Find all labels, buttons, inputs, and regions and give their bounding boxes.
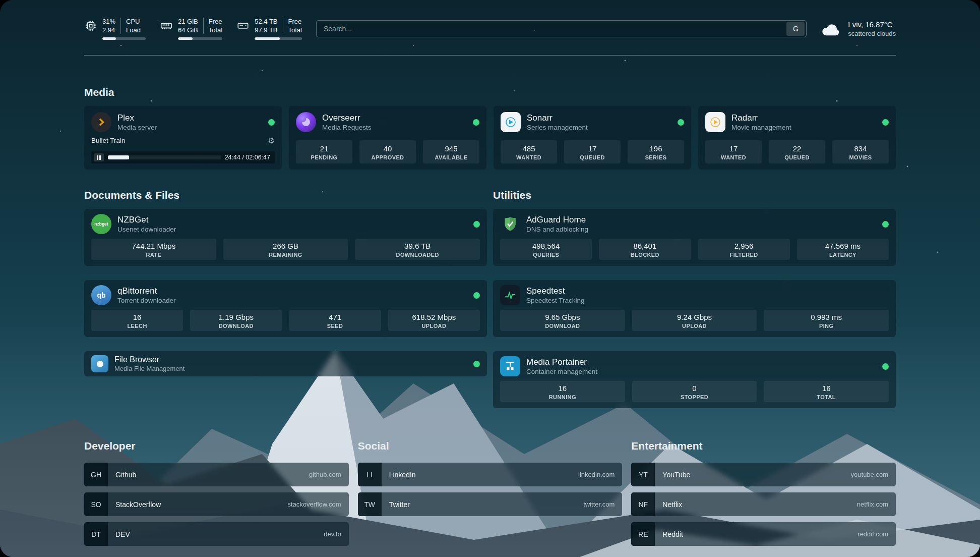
bookmark-url: dev.to [324, 530, 341, 538]
stat-value: 16 [502, 383, 623, 393]
pause-icon[interactable] [94, 153, 104, 161]
filebrowser-icon [91, 355, 108, 372]
stat-value: 40 [361, 144, 414, 153]
dashboard-page: 31% 2.94 CPU Load [0, 0, 980, 557]
bookmark-row-github[interactable]: GH Github github.com [84, 463, 349, 486]
weather-location: Lviv, 16.87°C [848, 20, 896, 29]
disk-labels: Free Total [288, 17, 302, 34]
stat-label: QUEUED [566, 154, 619, 160]
stat-total: 16 TOTAL [764, 381, 889, 402]
bookmark-row-linkedin[interactable]: LI LinkedIn linkedin.com [358, 463, 623, 486]
disk-free-value: 52.4 TB [255, 17, 277, 26]
section-title-media: Media [84, 86, 896, 99]
bookmark-row-reddit[interactable]: RE Reddit reddit.com [631, 522, 896, 546]
stat-value: 47.569 ms [799, 241, 887, 251]
search-input[interactable] [317, 21, 786, 37]
service-subtitle: Usenet downloader [117, 225, 176, 234]
stat-label: AVAILABLE [425, 154, 477, 160]
service-subtitle: Speedtest Tracking [526, 296, 585, 305]
service-card-nzbget[interactable]: nzbget NZBGet Usenet downloader 744.21 M… [84, 209, 487, 266]
service-name: Media Portainer [526, 357, 597, 367]
bookmark-url: github.com [309, 471, 341, 478]
search-bar: G [316, 20, 807, 37]
service-card-sonarr[interactable]: Sonarr Series management 485 WANTED 17 Q… [494, 106, 691, 170]
stat-value: 485 [503, 144, 555, 153]
playback-progressbar[interactable] [108, 155, 221, 159]
bookmark-row-netflix[interactable]: NF Netflix netflix.com [631, 492, 896, 516]
service-card-portainer[interactable]: Media Portainer Container management 16 … [493, 351, 896, 408]
service-name: Overseerr [322, 113, 372, 123]
service-name: qBittorrent [117, 286, 176, 296]
stat-queries: 498,564 QUERIES [500, 239, 592, 260]
stat-label: PING [766, 323, 887, 329]
plex-icon [91, 112, 111, 132]
stat-download: 9.65 Gbps DOWNLOAD [500, 310, 625, 331]
bookmark-row-twitter[interactable]: TW Twitter twitter.com [358, 492, 623, 516]
bookmark-abbr: DT [84, 522, 108, 546]
bookmark-group-developer: Developer GH Github github.com SO StackO… [84, 439, 349, 546]
service-card-plex[interactable]: Plex Media server Bullet Train ⚙ 24:44 /… [84, 106, 282, 170]
nzbget-icon: nzbget [91, 214, 111, 234]
stat-pending: 21 PENDING [296, 140, 352, 163]
stat-movies: 834 MOVIES [832, 140, 889, 163]
stat-label: DOWNLOAD [192, 323, 280, 329]
stat-label: REMAINING [225, 252, 346, 258]
bookmark-row-dev[interactable]: DT DEV dev.to [84, 522, 349, 546]
bookmark-row-stackoverflow[interactable]: SO StackOverflow stackoverflow.com [84, 492, 349, 516]
service-card-adguard[interactable]: AdGuard Home DNS and adblocking 498,564 … [493, 209, 896, 266]
cpu-labels: CPU Load [126, 17, 141, 34]
stat-running: 16 RUNNING [500, 381, 625, 402]
cpu-widget: 31% 2.94 CPU Load [84, 17, 146, 40]
stat-approved: 40 APPROVED [359, 140, 416, 163]
stat-value: 266 GB [225, 241, 346, 251]
status-dot [473, 361, 480, 367]
section-title-social: Social [358, 439, 623, 453]
stat-value: 17 [707, 144, 760, 153]
service-card-speedtest[interactable]: Speedtest Speedtest Tracking 9.65 Gbps D… [493, 280, 896, 337]
header-divider [84, 55, 896, 55]
top-bar: 31% 2.94 CPU Load [84, 0, 896, 40]
stat-value: 196 [630, 144, 682, 153]
bookmark-row-youtube[interactable]: YT YouTube youtube.com [631, 463, 896, 486]
settings-gear-icon[interactable]: ⚙ [268, 137, 275, 144]
bookmark-abbr: SO [84, 492, 108, 516]
service-card-overseerr[interactable]: Overseerr Media Requests 21 PENDING 40 A… [289, 106, 486, 170]
stat-value: 9.24 Gbps [634, 312, 755, 322]
stat-value: 618.52 Mbps [390, 312, 478, 322]
service-card-radarr[interactable]: Radarr Movie management 17 WANTED 22 QUE… [698, 106, 896, 170]
disk-widget: 52.4 TB 97.9 TB Free Total [236, 17, 302, 40]
ram-labels: Free Total [209, 17, 222, 34]
bookmark-name: Github [115, 471, 136, 479]
stat-label: SEED [291, 323, 379, 329]
section-title-documents: Documents & Files [84, 189, 487, 202]
status-dot [678, 119, 684, 126]
stats-row: 21 PENDING 40 APPROVED 945 AVAILABLE [296, 140, 479, 163]
divider [203, 18, 204, 34]
stat-queued: 22 QUEUED [769, 140, 825, 163]
disk-label-bottom: Total [288, 26, 302, 34]
bookmark-url: linkedin.com [578, 471, 615, 478]
stat-value: 16 [93, 312, 181, 322]
ram-label-bottom: Total [209, 26, 222, 34]
service-card-qbittorrent[interactable]: qb qBittorrent Torrent downloader 16 LEE… [84, 280, 487, 337]
adguard-icon [500, 214, 520, 234]
search-provider-button[interactable]: G [786, 22, 805, 36]
disk-label-top: Free [288, 17, 302, 26]
stat-available: 945 AVAILABLE [423, 140, 479, 163]
cpu-label-top: CPU [126, 17, 141, 26]
stat-label: STOPPED [634, 394, 755, 400]
stat-label: LEECH [93, 323, 181, 329]
stat-label: SERIES [630, 154, 682, 160]
stat-label: WANTED [503, 154, 555, 160]
stat-value: 16 [766, 383, 887, 393]
sonarr-icon [501, 112, 521, 132]
playback-time: 24:44 / 02:06:47 [225, 154, 270, 161]
stat-queued: 17 QUEUED [564, 140, 621, 163]
media-card-grid: Plex Media server Bullet Train ⚙ 24:44 /… [84, 106, 896, 170]
stat-stopped: 0 STOPPED [632, 381, 757, 402]
ram-free-value: 21 GiB [178, 17, 198, 26]
divider [120, 18, 121, 34]
stat-label: QUEUED [771, 154, 823, 160]
service-card-filebrowser[interactable]: File Browser Media File Management [84, 351, 487, 376]
stat-upload: 618.52 Mbps UPLOAD [388, 310, 480, 331]
